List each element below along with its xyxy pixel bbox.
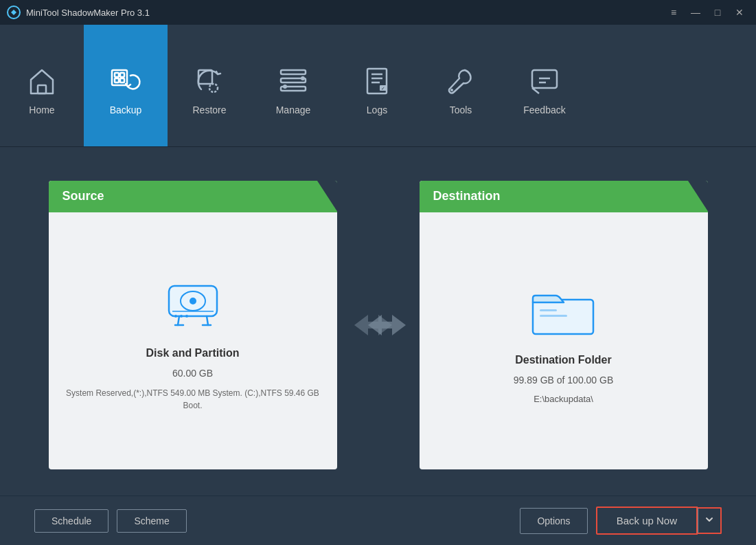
svg-point-31 bbox=[185, 315, 188, 318]
destination-card[interactable]: Destination Destination Folder 99.89 GB … bbox=[420, 181, 708, 469]
app-logo bbox=[7, 5, 21, 19]
nav-item-tools[interactable]: Tools bbox=[419, 25, 503, 146]
nav-label-tools: Tools bbox=[450, 104, 472, 115]
nav-item-backup[interactable]: Backup bbox=[84, 25, 168, 146]
source-card[interactable]: Source bbox=[49, 181, 337, 469]
nav-item-feedback[interactable]: Feedback bbox=[503, 25, 586, 146]
bottom-left-actions: Schedule Scheme bbox=[34, 509, 187, 533]
minimize-button[interactable]: — bbox=[686, 5, 705, 19]
svg-point-20 bbox=[450, 89, 453, 91]
nav-item-manage[interactable]: Manage bbox=[251, 25, 335, 146]
nav-label-backup: Backup bbox=[110, 104, 142, 115]
nav-label-manage: Manage bbox=[276, 104, 311, 115]
nav-label-home: Home bbox=[29, 104, 54, 115]
close-button[interactable]: ✕ bbox=[730, 5, 749, 19]
source-card-body: Disk and Partition 60.00 GB System Reser… bbox=[49, 212, 337, 469]
options-button[interactable]: Options bbox=[520, 508, 587, 534]
svg-point-30 bbox=[180, 315, 183, 318]
backup-now-dropdown[interactable] bbox=[698, 507, 722, 534]
manage-icon bbox=[275, 63, 311, 99]
svg-rect-5 bbox=[115, 78, 119, 82]
svg-line-33 bbox=[207, 316, 208, 325]
menu-button[interactable]: ≡ bbox=[664, 5, 683, 19]
svg-point-13 bbox=[283, 85, 287, 89]
svg-rect-6 bbox=[120, 78, 124, 82]
nav-item-home[interactable]: Home bbox=[0, 25, 84, 146]
svg-point-8 bbox=[209, 84, 218, 92]
tools-icon bbox=[443, 63, 479, 99]
titlebar: MiniTool ShadowMaker Pro 3.1 ≡ — □ ✕ bbox=[0, 0, 756, 25]
nav-label-feedback: Feedback bbox=[523, 104, 565, 115]
arrow-area bbox=[337, 308, 420, 342]
dest-card-body: Destination Folder 99.89 GB of 100.00 GB… bbox=[420, 212, 708, 469]
source-detail: System Reserved,(*:),NTFS 549.00 MB Syst… bbox=[62, 387, 323, 412]
disk-icon bbox=[155, 270, 231, 332]
svg-rect-9 bbox=[281, 70, 306, 74]
svg-point-27 bbox=[190, 298, 196, 304]
svg-point-29 bbox=[174, 315, 177, 318]
schedule-button[interactable]: Schedule bbox=[34, 509, 108, 533]
bottombar: Schedule Scheme Options Back up Now bbox=[0, 496, 756, 545]
dest-size: 99.89 GB of 100.00 GB bbox=[514, 375, 614, 386]
source-size: 60.00 GB bbox=[172, 368, 213, 379]
dest-card-header: Destination bbox=[420, 181, 708, 212]
app-title: MiniTool ShadowMaker Pro 3.1 bbox=[26, 8, 664, 18]
maximize-button[interactable]: □ bbox=[708, 5, 727, 19]
backup-icon bbox=[108, 63, 144, 99]
nav-item-logs[interactable]: ✓ Logs bbox=[335, 25, 419, 146]
svg-point-12 bbox=[301, 76, 305, 80]
svg-rect-4 bbox=[120, 73, 124, 77]
logs-icon: ✓ bbox=[359, 63, 395, 99]
svg-line-32 bbox=[178, 316, 179, 325]
source-title: Disk and Partition bbox=[146, 347, 239, 359]
nav-label-logs: Logs bbox=[367, 104, 387, 115]
backup-now-button[interactable]: Back up Now bbox=[596, 507, 698, 535]
restore-icon bbox=[192, 63, 227, 99]
home-icon bbox=[24, 63, 60, 99]
source-header-label: Source bbox=[62, 189, 104, 203]
nav-item-restore[interactable]: Restore bbox=[168, 25, 251, 146]
window-controls: ≡ — □ ✕ bbox=[664, 5, 749, 19]
source-card-header: Source bbox=[49, 181, 337, 212]
dest-title: Destination Folder bbox=[515, 354, 611, 366]
nav-label-restore: Restore bbox=[192, 104, 226, 115]
main-content: Source bbox=[0, 147, 756, 496]
folder-icon bbox=[526, 277, 602, 339]
navbar: Home Backup Rest bbox=[0, 25, 756, 147]
svg-text:✓: ✓ bbox=[381, 86, 385, 91]
dest-path: E:\backupdata\ bbox=[534, 394, 593, 404]
svg-rect-37 bbox=[540, 309, 557, 311]
scheme-button[interactable]: Scheme bbox=[117, 509, 186, 533]
svg-rect-1 bbox=[38, 85, 46, 93]
svg-rect-38 bbox=[540, 315, 567, 317]
svg-rect-3 bbox=[115, 73, 119, 77]
cards-row: Source bbox=[34, 168, 722, 482]
bottom-right-actions: Options Back up Now bbox=[520, 507, 722, 535]
svg-rect-2 bbox=[112, 70, 127, 85]
feedback-icon bbox=[527, 63, 562, 99]
dest-header-label: Destination bbox=[433, 189, 501, 203]
